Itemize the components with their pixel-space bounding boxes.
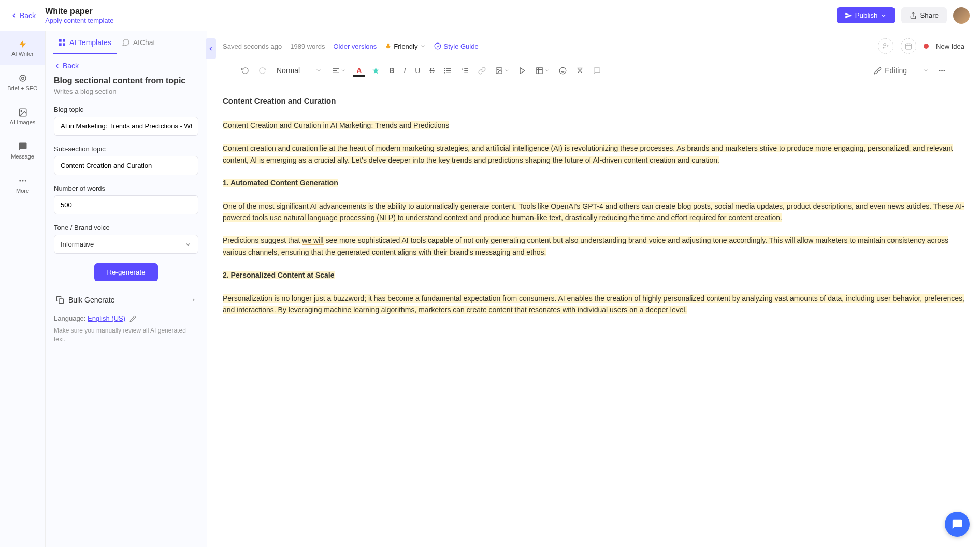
rail-ai-writer[interactable]: AI Writer bbox=[0, 31, 45, 65]
svg-rect-10 bbox=[59, 43, 62, 46]
chat-bubble-button[interactable] bbox=[945, 512, 970, 537]
rail-label: AI Images bbox=[10, 119, 36, 125]
check-circle-icon bbox=[434, 42, 441, 50]
share-button[interactable]: Share bbox=[901, 7, 947, 23]
page-title: White paper bbox=[45, 7, 837, 16]
svg-point-7 bbox=[24, 180, 26, 182]
words-label: Number of words bbox=[54, 184, 198, 192]
chevron-down-icon bbox=[315, 67, 322, 74]
bullet-list-button[interactable] bbox=[441, 65, 455, 77]
content-heading: Content Creation and Curation bbox=[223, 95, 964, 107]
tab-ai-chat[interactable]: AIChat bbox=[117, 31, 161, 54]
more-button[interactable] bbox=[935, 65, 949, 77]
svg-point-30 bbox=[444, 72, 445, 73]
chat-icon bbox=[952, 519, 963, 530]
redo-icon bbox=[258, 67, 266, 75]
chevron-right-icon bbox=[191, 297, 196, 303]
user-plus-icon bbox=[882, 42, 889, 50]
edit-icon[interactable] bbox=[129, 315, 136, 322]
older-versions-link[interactable]: Older versions bbox=[333, 42, 377, 50]
rail-label: AI Writer bbox=[11, 51, 34, 57]
language-value[interactable]: English (US) bbox=[88, 314, 125, 322]
svg-marker-13 bbox=[193, 298, 194, 301]
italic-button[interactable]: I bbox=[400, 64, 409, 77]
redo-button[interactable] bbox=[255, 65, 269, 77]
editor-content[interactable]: Content Creation and Curation Content Cr… bbox=[207, 84, 980, 547]
rail-more[interactable]: More bbox=[0, 168, 45, 202]
share-label: Share bbox=[920, 11, 939, 19]
content-p2: Content creation and curation lie at the… bbox=[223, 144, 953, 164]
calendar-icon bbox=[905, 42, 912, 50]
apply-template-link[interactable]: Apply content template bbox=[45, 17, 113, 24]
sub-section-input[interactable] bbox=[54, 156, 198, 175]
comment-icon bbox=[593, 67, 601, 75]
comment-button[interactable] bbox=[590, 65, 604, 77]
clear-format-button[interactable] bbox=[573, 65, 587, 77]
sidebar-back-label: Back bbox=[63, 62, 79, 70]
sidebar-back-link[interactable]: Back bbox=[54, 62, 198, 70]
emoji-icon bbox=[559, 67, 567, 75]
saved-status: Saved seconds ago bbox=[223, 42, 282, 50]
tone-friendly-button[interactable]: Friendly bbox=[385, 42, 426, 50]
target-icon bbox=[18, 74, 27, 83]
back-link[interactable]: Back bbox=[10, 11, 36, 20]
svg-rect-8 bbox=[59, 39, 62, 42]
image-icon bbox=[495, 67, 503, 75]
strike-button[interactable]: S bbox=[426, 64, 437, 77]
word-count: 1989 words bbox=[290, 42, 325, 50]
svg-rect-12 bbox=[59, 299, 64, 304]
bulk-generate-button[interactable]: Bulk Generate bbox=[54, 291, 198, 309]
avatar[interactable] bbox=[953, 7, 970, 24]
chevron-down-icon bbox=[341, 68, 346, 73]
format-select[interactable]: Normal bbox=[272, 64, 326, 77]
rail-message[interactable]: Message bbox=[0, 134, 45, 168]
number-list-button[interactable] bbox=[458, 65, 472, 77]
svg-point-14 bbox=[435, 43, 441, 49]
svg-point-5 bbox=[19, 180, 21, 182]
content-h2: 2. Personalized Content at Scale bbox=[223, 271, 335, 279]
rail-label: Brief + SEO bbox=[7, 85, 37, 91]
emoji-button[interactable] bbox=[556, 65, 570, 77]
text-color-button[interactable]: A bbox=[352, 64, 366, 77]
undo-button[interactable] bbox=[238, 65, 252, 77]
rail-brief-seo[interactable]: Brief + SEO bbox=[0, 65, 45, 99]
chevron-down-icon bbox=[923, 67, 929, 74]
content-h1: 1. Automated Content Generation bbox=[223, 179, 338, 187]
align-button[interactable] bbox=[329, 65, 349, 77]
link-button[interactable] bbox=[475, 65, 489, 77]
video-button[interactable] bbox=[515, 65, 529, 77]
rail-ai-images[interactable]: AI Images bbox=[0, 99, 45, 134]
calendar-button[interactable] bbox=[901, 38, 916, 54]
highlight-button[interactable] bbox=[369, 65, 383, 77]
underline-button[interactable]: U bbox=[412, 64, 423, 77]
blog-topic-input[interactable] bbox=[54, 117, 198, 136]
image-button[interactable] bbox=[492, 65, 512, 77]
bullet-list-icon bbox=[444, 67, 452, 75]
content-p4-u: we will bbox=[302, 236, 323, 245]
rail-label: Message bbox=[11, 153, 34, 160]
editing-label: Editing bbox=[885, 66, 907, 75]
table-icon bbox=[536, 67, 543, 75]
tone-select[interactable]: Informative bbox=[54, 235, 198, 254]
style-guide-button[interactable]: Style Guide bbox=[434, 42, 478, 50]
add-user-button[interactable] bbox=[878, 38, 893, 54]
format-label: Normal bbox=[277, 66, 300, 75]
svg-point-28 bbox=[444, 68, 445, 69]
regenerate-button[interactable]: Re-generate bbox=[94, 263, 157, 281]
chevron-left-icon bbox=[54, 63, 61, 69]
table-button[interactable] bbox=[532, 65, 553, 77]
tab-label: AI Templates bbox=[69, 38, 111, 47]
status-label[interactable]: New Idea bbox=[936, 42, 964, 50]
words-input[interactable] bbox=[54, 195, 198, 214]
bold-button[interactable]: B bbox=[386, 64, 397, 77]
editing-mode-button[interactable]: Editing bbox=[871, 64, 932, 77]
publish-button[interactable]: Publish bbox=[837, 7, 896, 23]
tab-ai-templates[interactable]: AI Templates bbox=[53, 31, 117, 54]
link-icon bbox=[478, 67, 486, 75]
language-prefix: Language: bbox=[54, 314, 88, 322]
collapse-sidebar-button[interactable] bbox=[206, 38, 216, 59]
svg-point-2 bbox=[21, 77, 24, 80]
content-p5-pre: Personalization is no longer just a buzz… bbox=[223, 294, 368, 303]
clear-format-icon bbox=[576, 67, 584, 75]
svg-marker-36 bbox=[520, 67, 525, 73]
